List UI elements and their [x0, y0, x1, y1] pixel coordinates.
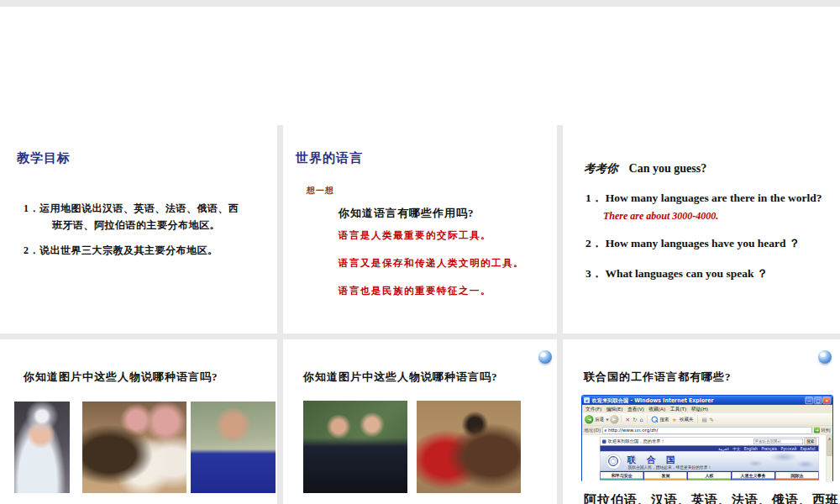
un-tab-humanitarian: 人道主义事务	[732, 472, 774, 480]
un-language-bar: العربية 中文 English Français Русский Espa…	[601, 446, 819, 452]
menu-tools: 工具(T)	[670, 406, 687, 412]
toolbar-separator	[647, 415, 648, 423]
un-banner: 联 合 国 我联合国人民，团结起来，缔造更美好的世界！	[601, 452, 819, 471]
forward-icon: ►	[610, 415, 619, 424]
toolbar-separator	[622, 415, 622, 423]
slide1-title: 教学目标	[17, 150, 71, 166]
photo-hu-putin-handshake	[303, 401, 407, 493]
address-url: http://www.un.org/zh/	[608, 428, 658, 433]
un-emblem-icon	[606, 454, 622, 470]
slide2-answer-2: 语言又是保存和传递人类文明的工具。	[339, 257, 524, 270]
slide6-answer-text: 阿拉伯语、汉语、英语、法语、俄语、西班牙语	[584, 492, 840, 504]
go-label: 转到	[822, 427, 831, 433]
home-icon: ⌂	[639, 415, 643, 424]
un-tab-intl-law: 国际法	[775, 472, 818, 480]
slide3-question-1: 1． How many languages are there in the w…	[585, 191, 822, 206]
slide3-heading-en: Can you guess?	[629, 162, 707, 175]
edit-icon: ✎	[710, 415, 714, 424]
ie-titlebar: e 欢迎来到联合国 - Windows Internet Explorer − …	[582, 396, 832, 405]
slide-photos-2[interactable]: 你知道图片中这些人物说哪种语言吗?	[283, 339, 557, 504]
slide-can-you-guess[interactable]: 考考你 Can you guess? 1． How many languages…	[563, 132, 840, 333]
favorites-label: 收藏夹	[680, 416, 694, 423]
go-icon: ➜	[814, 428, 820, 433]
slide2-answer-3: 语言也是民族的重要特征之一。	[339, 285, 491, 297]
lang-english: English	[744, 447, 758, 451]
slide3-question-2: 2． How many languages have you heard ？	[585, 236, 800, 251]
scroll-up-icon: ▲	[827, 435, 832, 441]
slide1-point2: 2．说出世界三大宗教及其主要分布地区。	[24, 244, 218, 258]
un-bullet-icon	[602, 439, 606, 444]
toolbar-separator	[697, 415, 698, 423]
ie-page-icon: e	[584, 397, 590, 403]
gutter-vertical-1	[277, 125, 283, 504]
slide3-heading: 考考你 Can you guess?	[584, 160, 706, 176]
un-top-strip: 欢迎来到联合国，您的世界！ 搜索	[601, 438, 819, 446]
minimize-button: −	[806, 396, 814, 404]
search-label: 搜索	[660, 416, 669, 423]
menu-view: 查看(V)	[627, 406, 644, 412]
globe-icon	[818, 350, 832, 364]
un-tab-peace: 和平与安全	[601, 472, 643, 480]
address-label: 地址(D)	[585, 427, 601, 433]
lang-spanish: Español	[801, 447, 816, 451]
slide2-title: 世界的语言	[296, 150, 363, 166]
slide-world-languages[interactable]: 世界的语言 想一想 你知道语言有哪些作用吗? 语言是人类最重要的交际工具。 语言…	[283, 132, 557, 333]
menu-file: 文件(F)	[585, 406, 601, 412]
un-tab-human-rights: 人权	[688, 472, 731, 480]
back-icon: ◄	[585, 415, 594, 424]
un-webpage: 欢迎来到联合国，您的世界！ 搜索 العربية 中文 English Fran…	[600, 438, 819, 481]
scroll-thumb	[827, 441, 832, 456]
slide-photos-1[interactable]: 你知道图片中这些人物说哪种语言吗?	[0, 339, 277, 504]
menu-edit: 编辑(E)	[606, 406, 623, 412]
slide3-answer-1: There are about 3000-4000.	[603, 210, 718, 223]
ie-content-area: 欢迎来到联合国，您的世界！ 搜索 العربية 中文 English Fran…	[582, 435, 832, 483]
slide4-title: 你知道图片中这些人物说哪种语言吗?	[24, 370, 218, 385]
un-search-button: 搜索	[805, 438, 817, 445]
lang-arabic: العربية	[718, 447, 728, 451]
photo-bullfighter	[417, 401, 521, 493]
menu-help: 帮助(H)	[691, 406, 708, 412]
slide1-point1-line2: 班牙语、阿拉伯语的主要分布地区。	[52, 218, 220, 233]
photo-queen-elizabeth	[14, 402, 70, 493]
photo-arab-men-camel	[82, 402, 186, 493]
gutter-vertical-2	[557, 125, 563, 504]
slide3-heading-cn: 考考你	[584, 162, 618, 175]
ie-browser: e 欢迎来到联合国 - Windows Internet Explorer − …	[581, 395, 833, 481]
lang-chinese: 中文	[732, 446, 740, 452]
slide-teaching-objectives[interactable]: 教学目标 1．运用地图说出汉语、英语、法语、俄语、西 班牙语、阿拉伯语的主要分布…	[0, 132, 277, 333]
slide2-think-label: 想一想	[307, 185, 334, 197]
menu-favorites: 收藏(A)	[648, 406, 665, 412]
lang-russian: Русский	[780, 447, 796, 451]
slide-un-languages[interactable]: 联合国的工作语言都有哪些? e 欢迎来到联合国 - Windows Intern…	[563, 339, 840, 504]
refresh-icon: ↻	[633, 415, 637, 424]
slide5-title: 你知道图片中这些人物说哪种语言吗?	[303, 370, 498, 385]
globe-icon	[538, 350, 552, 364]
slide2-answer-1: 语言是人类最重要的交际工具。	[339, 229, 491, 242]
un-welcome-text: 欢迎来到联合国，您的世界！	[608, 438, 754, 444]
ie-menubar: 文件(F) 编辑(E) 查看(V) 收藏(A) 工具(T) 帮助(H)	[582, 405, 832, 413]
un-tagline: 我联合国人民，团结起来，缔造更美好的世界！	[628, 465, 712, 470]
un-search-input	[753, 438, 803, 444]
slide-grid-page: 教学目标 1．运用地图说出汉语、英语、法语、俄语、西 班牙语、阿拉伯语的主要分布…	[0, 0, 840, 504]
close-button: ×	[823, 396, 832, 404]
print-icon: ▤	[701, 415, 706, 424]
ie-address-bar: 地址(D) e http://www.un.org/zh/ ➜ 转到	[582, 426, 832, 435]
un-tab-development: 发展	[644, 472, 687, 480]
search-icon	[652, 416, 659, 423]
address-input: e http://www.un.org/zh/	[603, 427, 812, 434]
lang-french: Français	[761, 447, 777, 451]
stop-icon: ✕	[626, 415, 630, 424]
scrollbar: ▲	[827, 435, 833, 483]
slide2-question: 你知道语言有哪些作用吗?	[339, 206, 475, 221]
slide6-title: 联合国的工作语言都有哪些?	[584, 370, 732, 385]
photo-zidane	[191, 402, 276, 493]
ie-window-title: 欢迎来到联合国 - Windows Internet Explorer	[592, 396, 805, 404]
un-nav-tabs: 和平与安全 发展 人权 人道主义事务 国际法	[601, 472, 819, 480]
ie-toolbar: ◄ 后退 ▼ ► ✕ ↻ ⌂ 搜索 ★ 收藏夹 ▤ ✎	[582, 413, 832, 427]
page-favicon: e	[605, 428, 606, 433]
ie-browser-window: e 欢迎来到联合国 - Windows Internet Explorer − …	[581, 395, 833, 481]
back-label: 后退	[595, 416, 604, 423]
gutter-horizontal-top	[0, 0, 840, 7]
back-dropdown-icon: ▼	[606, 417, 609, 422]
favorites-star-icon: ★	[672, 415, 677, 424]
